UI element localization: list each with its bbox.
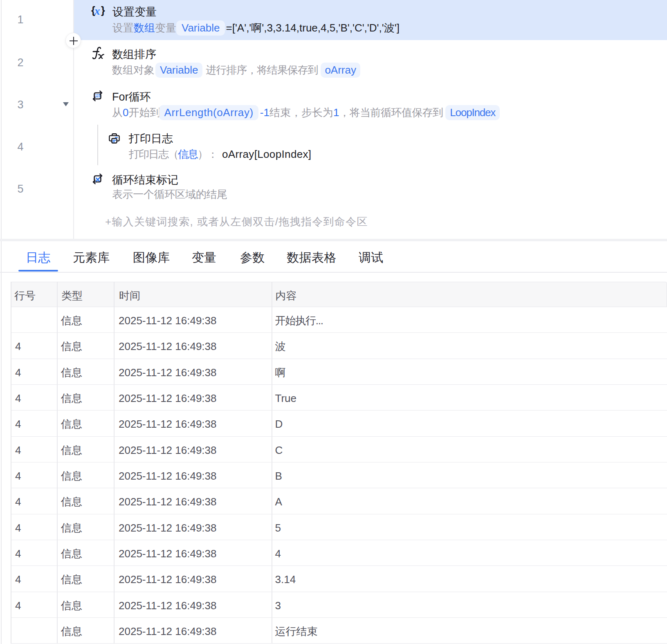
- svg-text:123: 123: [95, 93, 100, 98]
